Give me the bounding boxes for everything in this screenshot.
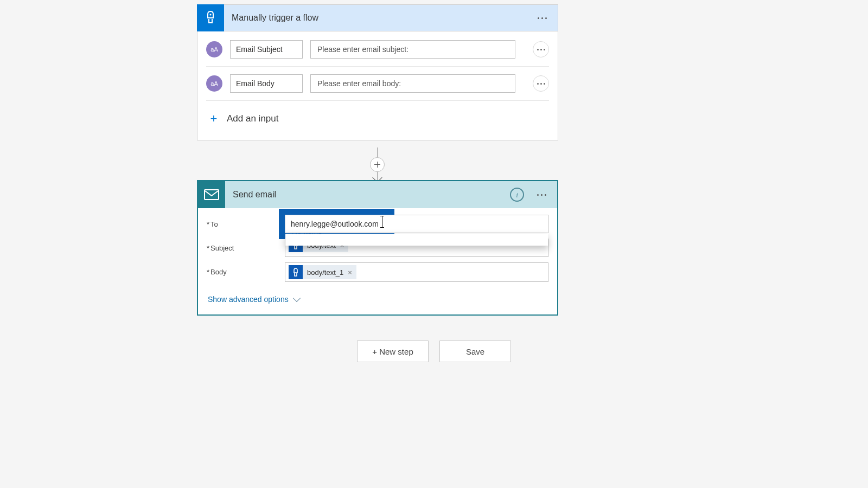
trigger-input-row: aA Email Subject Please enter email subj…: [206, 37, 549, 67]
trigger-card: Manually trigger a flow aA Email Subject…: [197, 5, 558, 140]
action-card: Send email i *To henry.legge@outlook.com…: [197, 180, 558, 316]
footer: + New step Save: [0, 341, 868, 362]
new-step-button[interactable]: + New step: [357, 341, 429, 362]
info-button[interactable]: i: [510, 188, 524, 202]
input-name-field[interactable]: Email Subject: [230, 40, 303, 59]
connector: [377, 147, 378, 180]
plus-icon: +: [208, 112, 219, 126]
to-suggestions-dropdown[interactable]: No items: [285, 234, 548, 246]
trigger-menu-button[interactable]: [534, 14, 550, 22]
action-menu-button[interactable]: [534, 191, 550, 199]
svg-rect-1: [205, 190, 219, 200]
trigger-input-row: aA Email Body Please enter email body:: [206, 67, 549, 101]
add-input-label: Add an input: [227, 113, 278, 124]
subject-label: *Subject: [207, 239, 285, 252]
action-title: Send email: [225, 190, 510, 200]
to-field[interactable]: henry.legge@outlook.com No items: [285, 215, 548, 233]
text-cursor-icon: [382, 216, 382, 228]
email-icon: [198, 181, 225, 208]
text-type-icon: aA: [206, 75, 222, 92]
field-row-to: *To henry.legge@outlook.com No items: [207, 215, 548, 233]
add-input-button[interactable]: + Add an input: [206, 101, 549, 131]
save-button[interactable]: Save: [439, 341, 511, 362]
to-label: *To: [207, 215, 285, 228]
token-label: body/text_1: [307, 268, 343, 277]
trigger-header[interactable]: Manually trigger a flow: [197, 4, 558, 31]
to-value: henry.legge@outlook.com: [291, 220, 379, 228]
chevron-down-icon: [293, 294, 301, 301]
action-body: *To henry.legge@outlook.com No items *Su: [198, 208, 557, 314]
trigger-title: Manually trigger a flow: [224, 13, 534, 23]
input-row-menu-button[interactable]: [533, 41, 549, 57]
input-name-field[interactable]: Email Body: [230, 74, 303, 93]
manual-trigger-icon: [197, 4, 224, 31]
svg-point-0: [209, 14, 211, 15]
show-advanced-button[interactable]: Show advanced options: [207, 287, 301, 308]
action-header[interactable]: Send email i: [198, 181, 557, 208]
dynamic-token[interactable]: body/text_1 ×: [289, 265, 356, 279]
text-type-icon: aA: [206, 41, 222, 57]
input-prompt-field[interactable]: Please enter email body:: [310, 74, 515, 93]
input-prompt-field[interactable]: Please enter email subject:: [310, 40, 515, 59]
no-items-label: No items: [285, 234, 548, 236]
flow-token-icon: [289, 265, 303, 279]
input-row-menu-button[interactable]: [533, 75, 549, 92]
insert-step-button[interactable]: [370, 157, 385, 172]
body-field[interactable]: body/text_1 ×: [285, 262, 548, 282]
body-label: *Body: [207, 262, 285, 276]
token-remove-button[interactable]: ×: [348, 268, 352, 277]
trigger-body: aA Email Subject Please enter email subj…: [197, 31, 558, 140]
field-row-body: *Body body/text_1 ×: [207, 262, 548, 282]
show-advanced-label: Show advanced options: [208, 295, 289, 304]
